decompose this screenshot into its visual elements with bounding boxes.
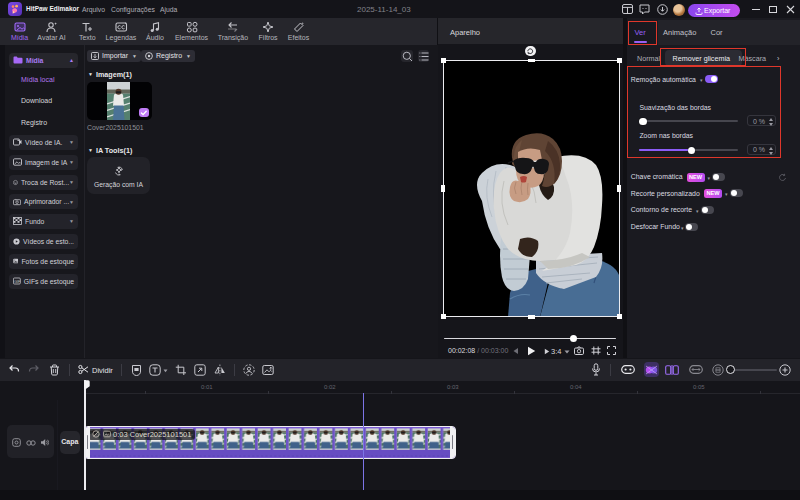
svg-text:GIF: GIF (14, 280, 21, 284)
